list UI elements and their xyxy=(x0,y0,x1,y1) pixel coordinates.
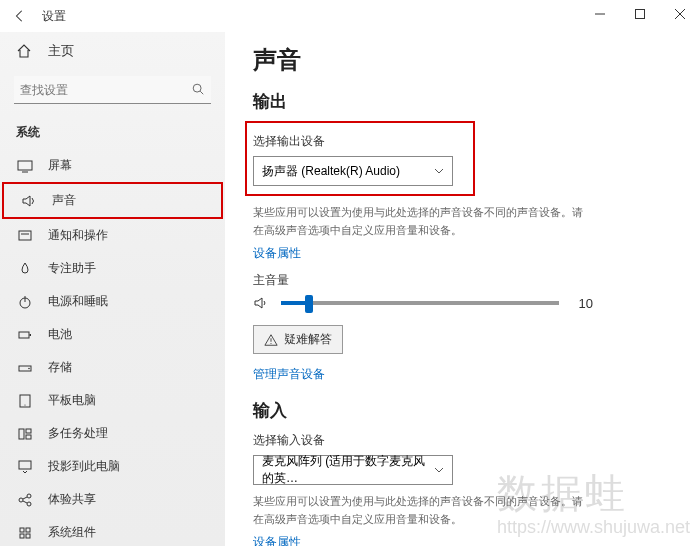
svg-line-23 xyxy=(23,497,27,499)
svg-rect-18 xyxy=(26,435,31,439)
troubleshoot-label: 疑难解答 xyxy=(284,331,332,348)
output-device-dropdown[interactable]: 扬声器 (Realtek(R) Audio) xyxy=(253,156,453,186)
input-props-link[interactable]: 设备属性 xyxy=(253,534,672,546)
svg-point-20 xyxy=(19,498,23,502)
input-device-value: 麦克风阵列 (适用于数字麦克风的英… xyxy=(262,453,434,487)
input-choose-label: 选择输入设备 xyxy=(253,432,672,449)
home-icon xyxy=(16,43,34,59)
battery-icon xyxy=(16,327,34,343)
volume-slider[interactable] xyxy=(281,301,559,305)
sidebar-item-label: 屏幕 xyxy=(48,157,72,174)
volume-value: 10 xyxy=(569,296,593,311)
sidebar-item-label: 系统组件 xyxy=(48,524,96,541)
sidebar-item-label: 电源和睡眠 xyxy=(48,293,108,310)
sidebar-item-multitask[interactable]: 多任务处理 xyxy=(0,417,225,450)
svg-point-15 xyxy=(24,404,25,405)
sidebar-item-tablet[interactable]: 平板电脑 xyxy=(0,384,225,417)
sidebar-item-focus[interactable]: 专注助手 xyxy=(0,252,225,285)
search-input[interactable] xyxy=(14,76,211,104)
svg-rect-28 xyxy=(26,534,30,538)
notify-icon xyxy=(16,228,34,244)
sidebar-item-label: 多任务处理 xyxy=(48,425,108,442)
output-props-link[interactable]: 设备属性 xyxy=(253,245,672,262)
svg-rect-17 xyxy=(26,429,31,433)
volume-icon xyxy=(253,295,271,311)
svg-rect-4 xyxy=(18,161,32,170)
search-box[interactable] xyxy=(14,76,211,104)
output-desc: 某些应用可以设置为使用与此处选择的声音设备不同的声音设备。请在高级声音选项中自定… xyxy=(253,204,593,239)
project-icon xyxy=(16,459,34,475)
svg-rect-10 xyxy=(19,332,29,338)
svg-rect-16 xyxy=(19,429,24,439)
svg-point-22 xyxy=(27,502,31,506)
page-title: 声音 xyxy=(253,44,672,76)
window-title: 设置 xyxy=(42,8,66,25)
home-link[interactable]: 主页 xyxy=(0,36,225,66)
sidebar-item-storage[interactable]: 存储 xyxy=(0,351,225,384)
back-button[interactable] xyxy=(8,9,32,23)
sidebar-item-share[interactable]: 体验共享 xyxy=(0,483,225,516)
svg-point-30 xyxy=(270,343,271,344)
manage-devices-link[interactable]: 管理声音设备 xyxy=(253,366,672,383)
input-heading: 输入 xyxy=(253,399,672,422)
input-desc: 某些应用可以设置为使用与此处选择的声音设备不同的声音设备。请在高级声音选项中自定… xyxy=(253,493,593,528)
output-choose-label: 选择输出设备 xyxy=(253,133,467,150)
sidebar-item-project[interactable]: 投影到此电脑 xyxy=(0,450,225,483)
svg-point-2 xyxy=(193,84,201,92)
svg-rect-19 xyxy=(19,461,31,469)
output-highlight: 选择输出设备 扬声器 (Realtek(R) Audio) xyxy=(245,121,475,196)
sidebar: 主页 系统 屏幕 声音 通知和操作 专注助手 电源和睡眠 电池 xyxy=(0,32,225,546)
tablet-icon xyxy=(16,393,34,409)
home-label: 主页 xyxy=(48,42,74,60)
sound-icon xyxy=(20,193,38,209)
sidebar-item-label: 平板电脑 xyxy=(48,392,96,409)
input-device-dropdown[interactable]: 麦克风阵列 (适用于数字麦克风的英… xyxy=(253,455,453,485)
svg-rect-27 xyxy=(20,534,24,538)
sidebar-item-label: 通知和操作 xyxy=(48,227,108,244)
sidebar-item-label: 投影到此电脑 xyxy=(48,458,120,475)
svg-line-3 xyxy=(200,91,203,94)
svg-line-24 xyxy=(23,501,27,503)
sidebar-item-battery[interactable]: 电池 xyxy=(0,318,225,351)
svg-rect-1 xyxy=(636,10,645,19)
multi-icon xyxy=(16,426,34,442)
sidebar-item-components[interactable]: 系统组件 xyxy=(0,516,225,546)
sidebar-item-label: 电池 xyxy=(48,326,72,343)
share-icon xyxy=(16,492,34,508)
sidebar-item-label: 声音 xyxy=(52,192,76,209)
svg-rect-25 xyxy=(20,528,24,532)
sidebar-item-power[interactable]: 电源和睡眠 xyxy=(0,285,225,318)
warning-icon xyxy=(264,333,278,347)
output-heading: 输出 xyxy=(253,90,672,113)
focus-icon xyxy=(16,261,34,277)
svg-point-13 xyxy=(28,367,30,369)
svg-rect-6 xyxy=(19,231,31,240)
sidebar-item-label: 专注助手 xyxy=(48,260,96,277)
svg-rect-26 xyxy=(26,528,30,532)
display-icon xyxy=(16,158,34,174)
output-troubleshoot-button[interactable]: 疑难解答 xyxy=(253,325,343,354)
storage-icon xyxy=(16,360,34,376)
components-icon xyxy=(16,525,34,541)
power-icon xyxy=(16,294,34,310)
sidebar-item-label: 体验共享 xyxy=(48,491,96,508)
search-icon xyxy=(191,82,205,96)
svg-point-21 xyxy=(27,494,31,498)
output-device-value: 扬声器 (Realtek(R) Audio) xyxy=(262,163,400,180)
content-area: 声音 输出 选择输出设备 扬声器 (Realtek(R) Audio) 某些应用… xyxy=(225,32,700,546)
close-button[interactable] xyxy=(660,0,700,28)
chevron-down-icon xyxy=(434,465,444,475)
master-volume-label: 主音量 xyxy=(253,272,672,289)
sidebar-item-sound[interactable]: 声音 xyxy=(2,182,223,219)
sidebar-item-notifications[interactable]: 通知和操作 xyxy=(0,219,225,252)
sidebar-item-label: 存储 xyxy=(48,359,72,376)
sidebar-item-display[interactable]: 屏幕 xyxy=(0,149,225,182)
svg-rect-11 xyxy=(30,334,32,336)
maximize-button[interactable] xyxy=(620,0,660,28)
minimize-button[interactable] xyxy=(580,0,620,28)
section-header: 系统 xyxy=(0,116,225,149)
chevron-down-icon xyxy=(434,166,444,176)
